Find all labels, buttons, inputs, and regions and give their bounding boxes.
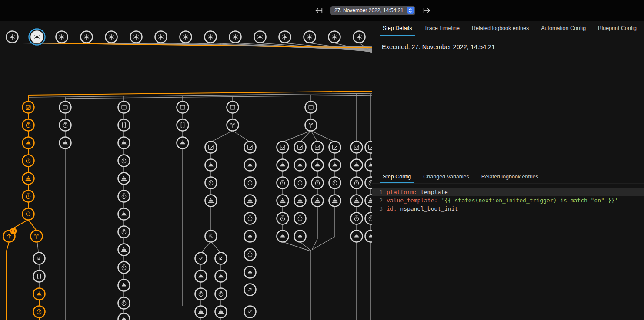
timer-icon[interactable] — [244, 213, 256, 224]
brackets-icon[interactable] — [118, 119, 130, 131]
tab-step-details[interactable]: Step Details — [377, 21, 418, 36]
timer-icon[interactable] — [195, 288, 207, 300]
checkbox-marked-icon[interactable] — [23, 102, 34, 113]
checkbox-marked-icon[interactable] — [329, 142, 341, 153]
service-call-icon[interactable] — [195, 271, 207, 282]
checkbox-blank-icon[interactable] — [177, 102, 189, 113]
arrow-bottom-left-icon[interactable] — [244, 306, 256, 318]
timer-icon[interactable] — [118, 226, 130, 238]
service-call-icon[interactable] — [244, 231, 256, 242]
service-call-icon[interactable] — [365, 231, 372, 242]
service-call-icon[interactable] — [312, 195, 324, 207]
service-call-icon[interactable] — [329, 159, 341, 171]
service-call-icon[interactable] — [118, 244, 130, 256]
service-call-icon[interactable] — [118, 313, 130, 320]
previous-run-button[interactable] — [313, 5, 324, 16]
timer-icon[interactable] — [23, 155, 34, 167]
call-split-icon[interactable] — [31, 231, 43, 242]
service-call-icon[interactable] — [351, 159, 363, 171]
timer-icon[interactable] — [294, 177, 306, 189]
trigger-icon[interactable] — [354, 31, 365, 43]
timer-icon[interactable] — [277, 177, 289, 189]
service-call-icon[interactable] — [118, 173, 130, 185]
service-call-icon[interactable] — [23, 137, 34, 149]
service-call-icon[interactable] — [244, 267, 256, 278]
checkbox-blank-icon[interactable] — [118, 102, 130, 113]
service-call-icon[interactable] — [312, 159, 324, 171]
timer-icon[interactable] — [60, 119, 71, 131]
service-call-icon[interactable] — [244, 195, 256, 207]
tab-changed-variables[interactable]: Changed Variables — [417, 170, 475, 183]
timer-icon[interactable] — [312, 177, 324, 189]
service-call-icon[interactable] — [277, 159, 289, 171]
tab-automation-config[interactable]: Automation Config — [535, 21, 592, 36]
brackets-icon[interactable] — [177, 119, 189, 131]
tab-step-config[interactable]: Step Config — [377, 170, 417, 183]
trigger-icon[interactable] — [254, 31, 266, 43]
timer-icon[interactable] — [244, 249, 256, 261]
trigger-icon[interactable] — [81, 31, 93, 43]
repeat-icon[interactable] — [23, 208, 34, 220]
service-call-icon[interactable] — [277, 231, 289, 242]
arrow-up-icon[interactable]: 9+ — [3, 228, 17, 242]
service-call-icon[interactable] — [277, 195, 289, 207]
service-call-icon[interactable] — [365, 195, 372, 207]
service-call-icon[interactable] — [244, 159, 256, 171]
arrow-bottom-left-icon[interactable] — [215, 253, 227, 264]
trigger-icon[interactable] — [31, 31, 43, 43]
timer-icon[interactable] — [351, 177, 363, 189]
timer-icon[interactable] — [33, 306, 45, 318]
service-call-icon[interactable] — [294, 231, 306, 242]
checkbox-marked-icon[interactable] — [294, 142, 306, 153]
service-call-icon[interactable] — [177, 137, 189, 149]
timer-icon[interactable] — [215, 288, 227, 300]
checkbox-marked-icon[interactable] — [205, 142, 217, 153]
timer-icon[interactable] — [244, 177, 256, 189]
service-call-icon[interactable] — [351, 195, 363, 207]
service-call-icon[interactable] — [215, 306, 227, 318]
run-select[interactable]: 27. November 2022, 14:54:21 — [330, 6, 415, 15]
next-run-button[interactable] — [421, 5, 433, 16]
call-split-icon[interactable] — [227, 119, 239, 131]
timer-icon[interactable] — [23, 119, 34, 131]
timer-icon[interactable] — [118, 191, 130, 202]
service-call-icon[interactable] — [23, 173, 34, 185]
checkbox-marked-icon[interactable] — [244, 142, 256, 153]
trigger-icon[interactable] — [205, 31, 217, 43]
arrow-bottom-left-icon[interactable] — [33, 253, 45, 264]
service-call-icon[interactable] — [294, 159, 306, 171]
trigger-icon[interactable] — [279, 31, 291, 43]
check-icon[interactable] — [195, 253, 207, 264]
timer-icon[interactable] — [205, 177, 217, 189]
service-call-icon[interactable] — [205, 159, 217, 171]
trigger-icon[interactable] — [7, 31, 18, 43]
service-call-icon[interactable] — [195, 306, 207, 318]
service-call-icon[interactable] — [118, 208, 130, 220]
timer-icon[interactable] — [118, 262, 130, 274]
timer-icon[interactable] — [365, 213, 372, 224]
timer-icon[interactable] — [329, 177, 341, 189]
service-call-icon[interactable] — [351, 231, 363, 242]
service-call-icon[interactable] — [118, 280, 130, 291]
service-call-icon[interactable] — [205, 195, 217, 207]
trigger-icon[interactable] — [230, 31, 241, 43]
checkbox-blank-icon[interactable] — [305, 102, 317, 113]
tab-trace-timeline[interactable]: Trace Timeline — [418, 21, 466, 36]
arrow-top-left-icon[interactable] — [205, 231, 217, 242]
checkbox-marked-icon[interactable] — [365, 142, 372, 153]
timer-icon[interactable] — [118, 155, 130, 167]
service-call-icon[interactable] — [118, 137, 130, 149]
service-call-icon[interactable] — [365, 159, 372, 171]
checkbox-blank-icon[interactable] — [60, 102, 71, 113]
timer-icon[interactable] — [294, 213, 306, 224]
checkbox-marked-icon[interactable] — [312, 142, 324, 153]
timer-icon[interactable] — [277, 213, 289, 224]
arrow-top-right-icon[interactable] — [244, 284, 256, 296]
service-call-icon[interactable] — [33, 288, 45, 300]
service-call-icon[interactable] — [294, 195, 306, 207]
tab-related-logbook-entries[interactable]: Related logbook entries — [466, 21, 535, 36]
timer-icon[interactable] — [23, 191, 34, 202]
timer-icon[interactable] — [118, 297, 130, 309]
trigger-icon[interactable] — [130, 31, 142, 43]
trigger-icon[interactable] — [180, 31, 192, 43]
